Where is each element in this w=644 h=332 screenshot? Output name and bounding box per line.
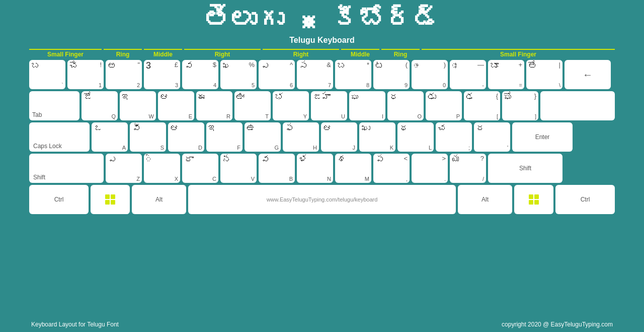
key-o[interactable]: ధ O bbox=[387, 91, 424, 120]
finger-label-ring-left: Ring bbox=[104, 49, 142, 58]
key-comma[interactable]: ప < , bbox=[373, 154, 410, 183]
key-b[interactable]: వ B bbox=[259, 154, 295, 183]
key-enter-top[interactable] bbox=[540, 91, 615, 120]
key-shift-right[interactable]: Shift bbox=[488, 154, 562, 183]
key-space[interactable]: www.EasyTeluguTyping.com/telugu/keyboard bbox=[188, 185, 456, 214]
footer-right: copyright 2020 @ EasyTeluguTyping.com bbox=[502, 321, 613, 328]
key-backslash[interactable]: అో | \ bbox=[526, 60, 562, 89]
key-enter[interactable]: Enter bbox=[512, 122, 573, 152]
spacebar-url: www.EasyTeluguTyping.com/telugu/keyboard bbox=[267, 196, 378, 203]
key-y[interactable]: భ Y bbox=[273, 91, 309, 120]
finger-label-middle-left: Middle bbox=[144, 49, 182, 58]
windows-icon bbox=[105, 194, 115, 205]
row-zxcv: Shift ఎ Z ౕ X ఠా C న V వ B ళ N శ M bbox=[29, 154, 615, 183]
key-s[interactable]: వీ S bbox=[130, 122, 166, 152]
key-win-left[interactable] bbox=[91, 185, 130, 214]
key-i[interactable]: ఘ I bbox=[349, 91, 385, 120]
telugu-title: తెలుగు ☸ కీబోర్డ్ bbox=[0, 5, 644, 34]
key-f[interactable]: ఇ F bbox=[206, 122, 243, 152]
key-t[interactable]: ఊ T bbox=[234, 91, 271, 120]
key-e[interactable]: ఆ E bbox=[158, 91, 194, 120]
key-8[interactable]: బ * 8 bbox=[335, 60, 371, 89]
key-backtick[interactable]: బ ` bbox=[29, 60, 65, 89]
finger-label-right-index: Right bbox=[184, 49, 261, 58]
row-qwerty: Tab జో Q ఇ W ఆ E ఈ R ఊ T భ Y జహా U bbox=[29, 91, 615, 120]
key-g[interactable]: ఉ G bbox=[245, 122, 281, 152]
key-a[interactable]: ఒ A bbox=[92, 122, 128, 152]
key-q[interactable]: జో Q bbox=[82, 91, 118, 120]
finger-label-right-index2: Right bbox=[263, 49, 339, 58]
key-m[interactable]: శ M bbox=[335, 154, 371, 183]
key-p[interactable]: ఢు P bbox=[426, 91, 462, 120]
key-rbracket[interactable]: ఘో } ] bbox=[502, 91, 538, 120]
windows-icon-right bbox=[529, 194, 539, 205]
finger-label-middle-right: Middle bbox=[341, 49, 379, 58]
key-4[interactable]: వ $ 4 bbox=[182, 60, 218, 89]
key-x[interactable]: ౕ X bbox=[144, 154, 180, 183]
key-c[interactable]: ఠా C bbox=[182, 154, 218, 183]
key-quote[interactable]: ర ' bbox=[474, 122, 510, 152]
key-tab[interactable]: Tab bbox=[29, 91, 79, 120]
key-3[interactable]: 3 £ 3 bbox=[144, 60, 180, 89]
key-5[interactable]: ఖ % 5 bbox=[220, 60, 257, 89]
key-backspace[interactable]: ← bbox=[565, 60, 611, 89]
row-number: బ ` ౘ ! 1 అ " 2 3 £ 3 వ $ 4 ఖ % 5 ఎ bbox=[29, 60, 615, 89]
key-r[interactable]: ఈ R bbox=[196, 91, 232, 120]
key-1[interactable]: ౘ ! 1 bbox=[67, 60, 104, 89]
key-n[interactable]: ళ N bbox=[297, 154, 333, 183]
english-title: Telugu Keyboard bbox=[0, 36, 644, 45]
key-j[interactable]: ఆ J bbox=[321, 122, 357, 152]
key-ctrl-right[interactable]: Ctrl bbox=[555, 185, 615, 214]
key-alt-right[interactable]: Alt bbox=[458, 185, 512, 214]
finger-label-ring-right: Ring bbox=[381, 49, 420, 58]
key-slash[interactable]: య ? / bbox=[450, 154, 486, 183]
finger-labels: Small Finger Ring Middle Right Right Mid… bbox=[0, 49, 644, 58]
key-semicolon[interactable]: చ ; bbox=[436, 122, 472, 152]
key-capslock[interactable]: Caps Lock bbox=[29, 122, 90, 152]
keyboard: బ ` ౘ ! 1 అ " 2 3 £ 3 వ $ 4 ఖ % 5 ఎ bbox=[0, 60, 644, 214]
key-lbracket[interactable]: ఢ { [ bbox=[464, 91, 500, 120]
key-u[interactable]: జహా U bbox=[311, 91, 347, 120]
row-asdf: Caps Lock ఒ A వీ S ఆ D ఇ F ఉ G ఫ H ఆ J bbox=[29, 122, 615, 152]
key-l[interactable]: థ L bbox=[397, 122, 434, 152]
finger-label-small-finger-left: Small Finger bbox=[29, 49, 102, 58]
key-k[interactable]: ఖు K bbox=[359, 122, 395, 152]
key-v[interactable]: న V bbox=[220, 154, 257, 183]
key-period[interactable]: > . bbox=[412, 154, 448, 183]
key-h[interactable]: ఫ H bbox=[283, 122, 319, 152]
key-d[interactable]: ఆ D bbox=[168, 122, 204, 152]
key-ctrl-left[interactable]: Ctrl bbox=[29, 185, 89, 214]
key-minus[interactable]: ః — - bbox=[450, 60, 486, 89]
key-9[interactable]: ట ( 9 bbox=[373, 60, 410, 89]
footer-left: Keyboard Layout for Telugu Font bbox=[31, 321, 119, 328]
key-win-right[interactable] bbox=[514, 185, 553, 214]
key-z[interactable]: ఎ Z bbox=[106, 154, 142, 183]
header: తెలుగు ☸ కీబోర్డ్ Telugu Keyboard bbox=[0, 0, 644, 45]
key-7[interactable]: స & 7 bbox=[297, 60, 333, 89]
row-bottom: Ctrl Alt www.EasyTeluguTyping.com/telugu… bbox=[29, 185, 615, 214]
key-0[interactable]: ం ) 0 bbox=[412, 60, 448, 89]
key-alt-left[interactable]: Alt bbox=[132, 185, 186, 214]
key-equals[interactable]: బూ + = bbox=[488, 60, 524, 89]
key-shift-left[interactable]: Shift bbox=[29, 154, 104, 183]
key-6[interactable]: ఎ ^ 6 bbox=[259, 60, 295, 89]
key-2[interactable]: అ " 2 bbox=[106, 60, 142, 89]
key-w[interactable]: ఇ W bbox=[120, 91, 156, 120]
finger-label-small-finger-right: Small Finger bbox=[422, 49, 615, 58]
